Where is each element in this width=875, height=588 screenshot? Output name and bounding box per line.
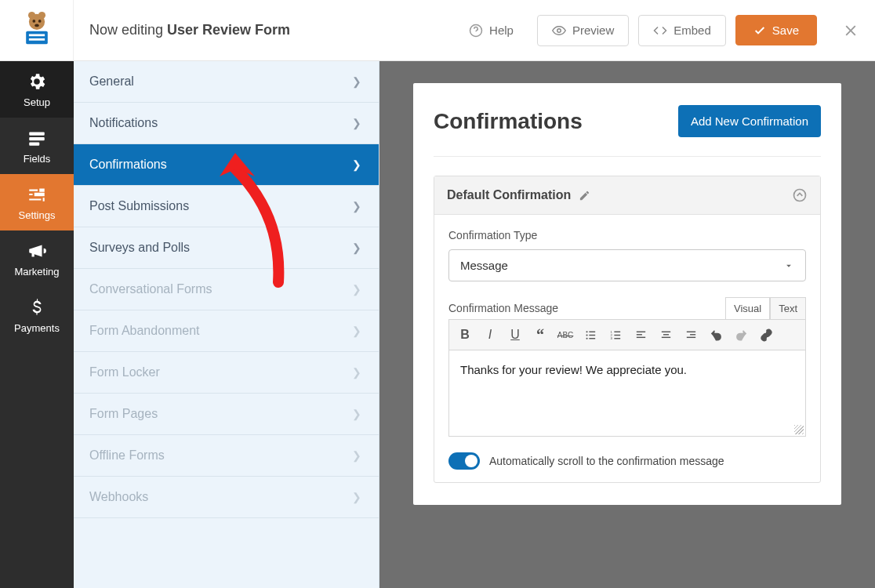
help-button[interactable]: Help <box>455 16 528 45</box>
type-label: Confirmation Type <box>448 229 806 241</box>
chevron-right-icon: ❯ <box>352 325 361 337</box>
svg-rect-6 <box>26 31 48 44</box>
svg-rect-13 <box>29 142 39 145</box>
nav-setup[interactable]: Setup <box>0 61 74 118</box>
confirmation-type-select[interactable]: Message <box>448 249 806 281</box>
chevron-right-icon: ❯ <box>352 408 361 420</box>
save-button[interactable]: Save <box>735 15 817 45</box>
svg-rect-24 <box>614 334 620 335</box>
chevron-right-icon: ❯ <box>352 283 361 296</box>
chevron-right-icon: ❯ <box>352 117 361 129</box>
auto-scroll-label: Automatically scroll to the confirmation… <box>489 455 724 467</box>
pencil-icon[interactable] <box>579 190 590 201</box>
sp-offline-forms[interactable]: Offline Forms❯ <box>74 435 379 477</box>
chevron-right-icon: ❯ <box>352 491 361 503</box>
numbered-list-button[interactable]: 123 <box>606 325 625 344</box>
svg-point-1 <box>27 11 34 18</box>
panel-title: Default Confirmation <box>447 188 571 202</box>
message-label: Confirmation Message <box>448 302 558 314</box>
eye-icon <box>552 24 566 38</box>
confirmations-card: Confirmations Add New Confirmation Defau… <box>413 83 841 505</box>
help-icon <box>469 24 483 38</box>
logo-container <box>0 0 74 61</box>
sp-form-abandonment[interactable]: Form Abandonment❯ <box>74 310 379 352</box>
svg-rect-12 <box>29 136 45 140</box>
chevron-right-icon: ❯ <box>352 158 361 171</box>
resize-handle[interactable] <box>794 425 804 434</box>
svg-rect-18 <box>589 334 595 335</box>
page-title: Confirmations <box>434 109 583 134</box>
align-left-button[interactable] <box>631 325 650 344</box>
bold-button[interactable]: B <box>456 325 474 344</box>
svg-rect-27 <box>636 331 644 332</box>
sp-confirmations[interactable]: Confirmations❯ <box>74 144 379 186</box>
panel-header[interactable]: Default Confirmation <box>434 176 820 215</box>
nav-settings[interactable]: Settings <box>0 174 74 230</box>
close-button[interactable] <box>841 20 861 41</box>
redo-button[interactable] <box>732 325 750 344</box>
align-right-button[interactable] <box>681 325 700 344</box>
underline-button[interactable]: U <box>506 325 525 344</box>
svg-point-17 <box>586 334 587 336</box>
svg-rect-30 <box>661 331 670 332</box>
sp-notifications[interactable]: Notifications❯ <box>74 103 379 144</box>
main-area: Confirmations Add New Confirmation Defau… <box>379 0 875 588</box>
editing-title: Now editing User Review Form <box>74 22 455 38</box>
strikethrough-button[interactable]: ABC <box>556 325 575 344</box>
tab-text[interactable]: Text <box>770 297 806 319</box>
header-bar: Now editing User Review Form Help Previe… <box>0 0 875 61</box>
svg-point-5 <box>34 24 39 27</box>
embed-button[interactable]: Embed <box>638 15 726 46</box>
tab-visual[interactable]: Visual <box>725 297 770 319</box>
sp-general[interactable]: General❯ <box>74 61 379 103</box>
editing-form-name: User Review Form <box>167 22 290 38</box>
italic-button[interactable]: I <box>481 325 499 344</box>
svg-rect-28 <box>636 334 641 335</box>
chevron-right-icon: ❯ <box>352 449 361 462</box>
editing-prefix: Now editing <box>89 22 167 38</box>
left-nav: Setup Fields Settings Marketing Payments <box>0 0 74 588</box>
gear-icon <box>27 71 47 92</box>
svg-rect-29 <box>636 336 644 337</box>
sp-webhooks[interactable]: Webhooks❯ <box>74 477 379 518</box>
bullhorn-icon <box>27 241 47 261</box>
message-editor[interactable]: Thanks for your review! We appreciate yo… <box>448 350 806 437</box>
card-header: Confirmations Add New Confirmation <box>434 105 821 157</box>
nav-fields[interactable]: Fields <box>0 118 74 174</box>
align-center-button[interactable] <box>656 325 675 344</box>
svg-rect-31 <box>663 334 668 335</box>
auto-scroll-toggle[interactable] <box>448 452 480 470</box>
svg-rect-8 <box>28 38 44 40</box>
sp-post-submissions[interactable]: Post Submissions❯ <box>74 186 379 227</box>
bulleted-list-button[interactable] <box>581 325 600 344</box>
editor-tabs: Visual Text <box>725 297 806 319</box>
sp-surveys-polls[interactable]: Surveys and Polls❯ <box>74 227 379 269</box>
auto-scroll-row: Automatically scroll to the confirmation… <box>448 452 806 470</box>
blockquote-button[interactable]: “ <box>531 325 550 344</box>
nav-marketing[interactable]: Marketing <box>0 230 74 287</box>
sp-form-pages[interactable]: Form Pages❯ <box>74 394 379 435</box>
undo-button[interactable] <box>706 325 725 344</box>
svg-rect-32 <box>661 336 670 337</box>
close-icon <box>842 22 859 39</box>
svg-rect-33 <box>686 331 695 332</box>
svg-rect-7 <box>28 34 44 36</box>
panel-body: Confirmation Type Message Confirmation M… <box>434 215 820 482</box>
nav-payments[interactable]: Payments <box>0 287 74 343</box>
dollar-icon <box>27 297 47 318</box>
link-button[interactable] <box>757 325 775 344</box>
code-icon <box>653 24 667 38</box>
chevron-right-icon: ❯ <box>352 75 361 88</box>
check-icon <box>753 24 766 37</box>
collapse-icon[interactable] <box>792 187 808 203</box>
add-confirmation-button[interactable]: Add New Confirmation <box>678 105 821 137</box>
chevron-right-icon: ❯ <box>352 200 361 212</box>
sp-form-locker[interactable]: Form Locker❯ <box>74 352 379 394</box>
svg-text:3: 3 <box>610 336 612 340</box>
preview-button[interactable]: Preview <box>537 15 629 46</box>
svg-point-19 <box>586 337 587 339</box>
settings-sidepanel: General❯ Notifications❯ Confirmations❯ P… <box>74 0 379 588</box>
chevron-down-icon <box>783 260 794 271</box>
chevron-right-icon: ❯ <box>352 366 361 379</box>
sp-conversational[interactable]: Conversational Forms❯ <box>74 269 379 310</box>
